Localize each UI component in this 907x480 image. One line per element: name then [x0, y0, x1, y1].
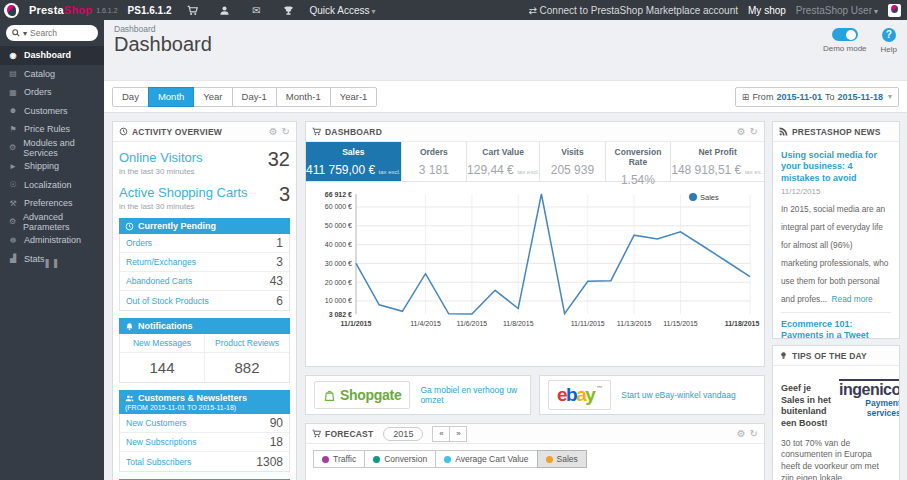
- kpi-sales[interactable]: Sales 411 759,00 € tax excl.: [306, 142, 402, 181]
- sidebar-item-catalog[interactable]: ▤Catalog: [0, 65, 104, 84]
- new-messages-link[interactable]: New Messages: [120, 334, 204, 353]
- active-carts-stat: Active Shopping Carts in the last 30 min…: [119, 183, 290, 211]
- date-from-value: 2015-11-01: [776, 92, 822, 102]
- legend-conversion-button[interactable]: Conversion: [364, 450, 436, 468]
- legend-label: Average Cart Value: [455, 454, 528, 464]
- new-messages-value: 144: [120, 353, 204, 382]
- range-year-1-button[interactable]: Year-1: [330, 87, 378, 107]
- shopgate-link[interactable]: Ga mobiel en verhoog uw omzet: [420, 385, 522, 405]
- abandoned-carts-link[interactable]: Abandoned Carts: [126, 276, 192, 286]
- range-day-1-button[interactable]: Day-1: [232, 87, 277, 107]
- activity-overview-panel: ACTIVITY OVERVIEW ⚙ ↻ Online Visitors in…: [112, 121, 297, 480]
- pending-table: Orders1 Return/Exchanges3 Abandoned Cart…: [119, 234, 290, 311]
- refresh-icon[interactable]: ↻: [750, 429, 758, 439]
- sidebar-collapse-toggle[interactable]: ❚❚: [0, 258, 104, 268]
- sidebar-item-administration[interactable]: ☸Administration: [0, 231, 104, 250]
- row-value: 3: [276, 255, 283, 269]
- date-to-value: 2015-11-18: [837, 92, 883, 102]
- pending-orders-link[interactable]: Orders: [126, 238, 152, 248]
- out-of-stock-link[interactable]: Out of Stock Products: [126, 296, 209, 306]
- administration-icon: ☸: [8, 236, 18, 245]
- range-month-button[interactable]: Month: [148, 87, 194, 107]
- next-year-button[interactable]: »: [449, 426, 467, 442]
- avatar[interactable]: [888, 4, 901, 17]
- demo-mode-toggle[interactable]: [832, 28, 858, 41]
- legend-sales-button[interactable]: Sales: [537, 450, 587, 468]
- refresh-icon[interactable]: ↻: [282, 127, 290, 137]
- sidebar-item-label: Shipping: [24, 161, 59, 171]
- new-subscriptions-link[interactable]: New Subscriptions: [126, 437, 196, 447]
- sidebar-item-price-rules[interactable]: ⚑Price Rules: [0, 120, 104, 139]
- quick-access-menu[interactable]: Quick Access▾: [309, 5, 375, 16]
- kpi-value: 129,44 €: [467, 163, 514, 177]
- my-shop-link[interactable]: My shop: [748, 5, 786, 16]
- connect-icon: ⇄: [528, 5, 539, 16]
- help-icon[interactable]: ?: [882, 28, 896, 42]
- sidebar-item-shipping[interactable]: ►Shipping: [0, 157, 104, 176]
- stat-subtitle: in the last 30 minutes: [119, 202, 248, 211]
- calendar-icon: ⊞: [742, 92, 750, 102]
- row-value: 18: [270, 435, 283, 449]
- kpi-note: tax excl.: [379, 169, 401, 175]
- table-row: New Customers90: [120, 414, 289, 433]
- customers-newsletters-header: Customers & Newsletters (FROM 2015-11-01…: [119, 390, 290, 414]
- envelope-icon[interactable]: ✉: [245, 5, 267, 16]
- sidebar-item-advanced-parameters[interactable]: ⚙Advanced Parameters: [0, 213, 104, 232]
- customer-icon[interactable]: [213, 4, 235, 16]
- news-article: Using social media for your business: 4 …: [781, 148, 891, 312]
- kpi-conversion-rate[interactable]: Conversion Rate 1.54%: [606, 142, 672, 181]
- sidebar-item-localization[interactable]: ☉Localization: [0, 176, 104, 195]
- article-title-link[interactable]: Using social media for your business: 4 …: [781, 150, 891, 184]
- sidebar-item-preferences[interactable]: ⚒Preferences: [0, 194, 104, 213]
- sidebar-item-orders[interactable]: ▦Orders: [0, 83, 104, 102]
- rss-icon: [779, 127, 788, 136]
- kpi-net-profit[interactable]: Net Profit 148 918,51 € tax ex..: [671, 142, 764, 181]
- table-row: Return/Exchanges3: [120, 253, 289, 272]
- table-row: New Subscriptions18: [120, 433, 289, 452]
- new-messages-col: New Messages 144: [120, 334, 204, 382]
- date-range-picker[interactable]: ⊞ From 2015-11-01 To 2015-11-18 ▾: [735, 87, 899, 107]
- trophy-icon[interactable]: [277, 4, 299, 16]
- stat-subtitle: in the last 30 minutes: [119, 167, 203, 176]
- product-reviews-link[interactable]: Product Reviews: [205, 334, 289, 353]
- brand-shop: Shop: [64, 4, 92, 16]
- search-input[interactable]: [30, 28, 88, 38]
- range-month-1-button[interactable]: Month-1: [276, 87, 331, 107]
- kpi-orders[interactable]: Orders 3 181: [402, 142, 468, 181]
- previous-year-button[interactable]: «: [432, 426, 450, 442]
- sidebar-item-modules-and-services[interactable]: ⚙Modules and Services: [0, 139, 104, 158]
- gear-icon[interactable]: ⚙: [737, 429, 746, 439]
- legend-traffic-button[interactable]: Traffic: [313, 450, 365, 468]
- search-box[interactable]: ▾: [6, 25, 98, 41]
- user-name: PrestaShop User: [796, 5, 872, 16]
- ebay-link[interactable]: Start uw eBay-winkel vandaag: [621, 390, 735, 400]
- kpi-label: Visits: [540, 147, 605, 157]
- gear-icon[interactable]: ⚙: [269, 127, 278, 137]
- sidebar-item-dashboard[interactable]: ◉Dashboard: [0, 46, 104, 65]
- range-day-button[interactable]: Day: [112, 87, 149, 107]
- cart-icon[interactable]: [181, 4, 203, 16]
- from-label: From: [752, 92, 773, 102]
- row-value: 43: [270, 274, 283, 288]
- kpi-visits[interactable]: Visits 205 939: [540, 142, 606, 181]
- read-more-link[interactable]: Read more: [832, 294, 873, 304]
- refresh-icon[interactable]: ↻: [750, 127, 758, 137]
- ebay-letter: y: [585, 383, 594, 407]
- gear-icon[interactable]: ⚙: [737, 127, 746, 137]
- user-menu[interactable]: PrestaShop User▾: [796, 5, 878, 16]
- active-carts-link[interactable]: Active Shopping Carts: [119, 185, 248, 200]
- legend-average-cart-value-button[interactable]: Average Cart Value: [435, 450, 537, 468]
- total-subscribers-link[interactable]: Total Subscribers: [126, 457, 191, 467]
- pending-returns-link[interactable]: Return/Exchanges: [126, 257, 196, 267]
- article-title-link[interactable]: Ecommerce 101: Payments in a Tweet: [781, 319, 891, 339]
- kpi-label: Net Profit: [671, 147, 764, 157]
- shopgate-logo: Shopgate: [314, 381, 410, 409]
- new-customers-link[interactable]: New Customers: [126, 418, 186, 428]
- range-year-button[interactable]: Year: [193, 87, 232, 107]
- sidebar-item-customers[interactable]: ☻Customers: [0, 102, 104, 121]
- marketplace-link[interactable]: ⇄ Connect to PrestaShop Marketplace acco…: [528, 5, 738, 16]
- online-visitors-link[interactable]: Online Visitors: [119, 150, 203, 165]
- ingenico-wordmark: ingenico: [839, 379, 900, 399]
- ebay-module-panel: e b a y ™ Start uw eBay-winkel vandaag: [539, 375, 765, 415]
- kpi-cart-value[interactable]: Cart Value 129,44 € tax excl.: [467, 142, 540, 181]
